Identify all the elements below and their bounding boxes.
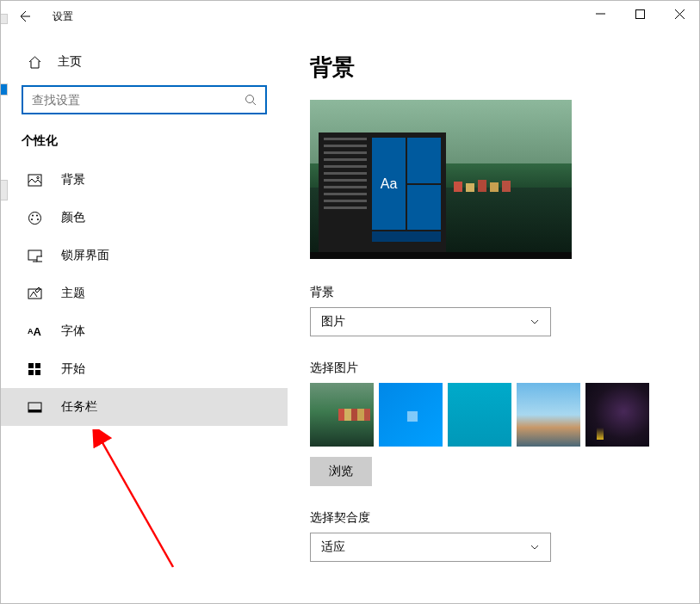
window-title: 设置 <box>53 9 73 24</box>
sidebar: 主页 个性化 背景 颜色 锁屏界面 <box>1 32 288 603</box>
start-icon <box>27 361 42 377</box>
svg-point-1 <box>246 96 254 103</box>
nav-label: 字体 <box>61 324 85 339</box>
dropdown-value: 适应 <box>321 539 345 555</box>
back-button[interactable] <box>11 3 37 29</box>
nav-themes[interactable]: 主题 <box>1 274 288 312</box>
svg-rect-14 <box>28 370 34 375</box>
fit-dropdown[interactable]: 适应 <box>310 533 551 562</box>
theme-icon <box>27 286 42 301</box>
search-icon <box>245 94 257 106</box>
nav-label: 背景 <box>61 172 85 188</box>
nav-label: 颜色 <box>61 210 85 225</box>
svg-point-7 <box>31 219 33 220</box>
home-link[interactable]: 主页 <box>1 46 288 78</box>
window-controls <box>580 1 699 27</box>
minimize-button[interactable] <box>580 1 620 27</box>
picture-thumb-4[interactable] <box>517 383 580 447</box>
nav-background[interactable]: 背景 <box>1 161 288 199</box>
titlebar: 设置 <box>1 1 699 32</box>
nav-label: 任务栏 <box>61 399 97 415</box>
svg-point-5 <box>32 214 34 216</box>
svg-rect-17 <box>28 410 41 412</box>
svg-rect-10 <box>37 256 42 262</box>
nav-label: 锁屏界面 <box>61 248 109 263</box>
desktop-preview: Aa <box>310 100 572 259</box>
lockscreen-icon <box>27 248 42 263</box>
svg-rect-15 <box>35 370 40 375</box>
home-icon <box>27 54 42 70</box>
picture-thumb-3[interactable] <box>448 383 511 447</box>
section-header: 个性化 <box>1 133 288 161</box>
svg-point-8 <box>37 219 39 220</box>
home-label: 主页 <box>58 54 82 70</box>
background-type-dropdown[interactable]: 图片 <box>310 307 551 336</box>
nav-fonts[interactable]: AA 字体 <box>1 312 288 350</box>
palette-icon <box>27 210 42 225</box>
svg-point-6 <box>36 214 38 216</box>
background-type-label: 背景 <box>310 285 677 300</box>
chevron-down-icon <box>530 317 540 327</box>
picture-thumbnails <box>310 383 677 447</box>
nav-colors[interactable]: 颜色 <box>1 199 288 237</box>
taskbar-icon <box>27 399 42 415</box>
picture-thumb-1[interactable] <box>310 383 374 447</box>
nav-start[interactable]: 开始 <box>1 350 288 388</box>
svg-rect-13 <box>35 363 40 368</box>
search-input[interactable] <box>32 93 245 107</box>
chevron-down-icon <box>530 542 540 552</box>
content-area: 背景 Aa 背景 图片 <box>288 32 699 603</box>
picture-thumb-2[interactable] <box>379 383 443 447</box>
close-button[interactable] <box>660 1 699 27</box>
svg-point-3 <box>36 176 38 178</box>
font-icon: AA <box>27 324 42 339</box>
search-box[interactable] <box>22 85 267 114</box>
preview-sample-tile: Aa <box>372 138 406 230</box>
nav-label: 开始 <box>61 361 85 377</box>
page-title: 背景 <box>310 52 677 83</box>
svg-rect-12 <box>28 363 34 368</box>
picture-thumb-5[interactable] <box>585 383 649 447</box>
svg-point-4 <box>28 212 40 224</box>
nav-lockscreen[interactable]: 锁屏界面 <box>1 237 288 274</box>
choose-picture-label: 选择图片 <box>310 361 677 376</box>
nav-taskbar[interactable]: 任务栏 <box>1 388 288 426</box>
svg-rect-0 <box>635 9 644 18</box>
nav-label: 主题 <box>61 286 85 301</box>
image-icon <box>27 172 42 188</box>
maximize-button[interactable] <box>620 1 660 27</box>
fit-label: 选择契合度 <box>310 510 677 526</box>
browse-button[interactable]: 浏览 <box>310 457 372 486</box>
dropdown-value: 图片 <box>321 314 345 330</box>
